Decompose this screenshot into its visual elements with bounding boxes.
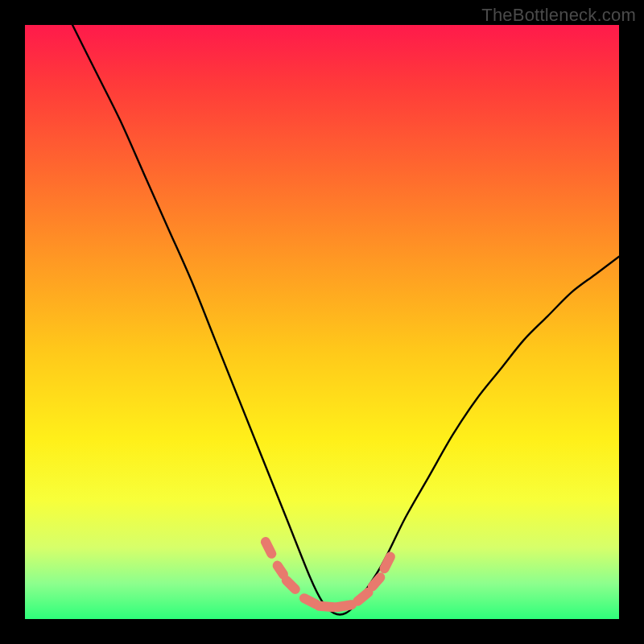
plot-area	[25, 25, 619, 619]
bottleneck-curve	[72, 25, 619, 614]
curve-marker-segment	[319, 606, 333, 607]
curve-markers	[266, 542, 390, 607]
curve-marker-segment	[384, 557, 390, 569]
curve-marker-segment	[336, 605, 351, 607]
curve-marker-segment	[278, 566, 283, 575]
chart-frame: TheBottleneck.com	[0, 0, 644, 644]
curve-marker-segment	[287, 580, 295, 589]
watermark-text: TheBottleneck.com	[481, 5, 636, 26]
curve-marker-segment	[357, 592, 368, 601]
curve-marker-segment	[373, 577, 381, 586]
curve-svg	[25, 25, 619, 619]
curve-marker-segment	[304, 598, 316, 604]
curve-marker-segment	[266, 542, 271, 554]
